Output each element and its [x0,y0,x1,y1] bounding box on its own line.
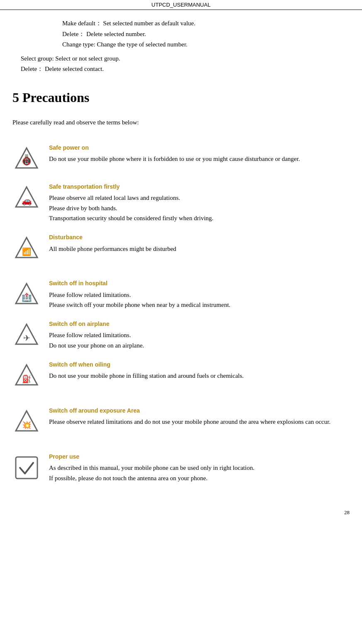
safe-power-on-title: Safe power on [49,143,350,152]
intro-text: Please carefully read and observe the te… [12,119,350,126]
oiling-body: Do not use your mobile phone in filling … [49,371,350,381]
top-level-lines: Select group: Select or not select group… [21,53,350,75]
safe-power-on-icon: 📵 [12,145,41,173]
svg-text:💥: 💥 [22,420,32,430]
airplane-body: Please follow related limitations. Do no… [49,330,350,351]
select-group-line: Select group: Select or not select group… [21,53,350,64]
chapter-title: 5 Precautions [12,90,350,105]
precaution-oiling: ⛽ Switch off when oiling Do not use your… [12,360,350,390]
disturbance-title: Disturbance [49,233,350,242]
safe-transportation-body: Please observe all related local laws an… [49,193,350,224]
precaution-hospital: 🏥 Switch off in hospital Please follow r… [12,279,350,310]
svg-text:📶: 📶 [22,247,32,256]
top-section: Make default： Set selected number as def… [62,18,350,50]
disturbance-icon: 📶 [12,234,41,262]
airplane-title: Switch off on airplane [49,319,350,328]
oiling-text: Switch off when oiling Do not use your m… [49,360,350,381]
precaution-safe-transportation: 🚗 Safe transportation firstly Please obs… [12,182,350,224]
svg-text:🏥: 🏥 [22,292,32,302]
hospital-title: Switch off in hospital [49,279,350,288]
hospital-body: Please follow related limitations. Pleas… [49,290,350,311]
safe-transportation-title: Safe transportation firstly [49,182,350,191]
precaution-airplane: ✈ Switch off on airplane Please follow r… [12,319,350,351]
oiling-title: Switch off when oiling [49,360,350,369]
page-header: UTPCD_USERMANUAL [0,0,362,10]
precaution-exposure: 💥 Switch off around exposure Area Please… [12,406,350,436]
safe-power-on-text: Safe power on Do not use your mobile pho… [49,143,350,164]
svg-text:📵: 📵 [22,157,32,166]
page-number: 28 [0,505,362,520]
safe-power-on-body: Do not use your mobile phone where it is… [49,154,350,164]
line-make-default: Make default： Set selected number as def… [62,18,350,29]
line-delete: Delete： Delete selected number. [62,29,350,40]
hospital-text: Switch off in hospital Please follow rel… [49,279,350,310]
proper-use-body: As described in this manual, your mobile… [49,463,350,484]
safe-transportation-text: Safe transportation firstly Please obser… [49,182,350,224]
airplane-icon: ✈ [12,321,41,349]
svg-text:✈: ✈ [23,333,30,343]
svg-text:🚗: 🚗 [22,196,32,206]
disturbance-body: All mobile phone performances might be d… [49,244,350,254]
exposure-body: Please observe related limitations and d… [49,417,350,427]
proper-use-icon [12,454,41,482]
svg-text:⛽: ⛽ [22,374,32,384]
proper-use-title: Proper use [49,452,350,461]
safe-transportation-icon: 🚗 [12,184,41,212]
exposure-icon: 💥 [12,408,41,436]
precaution-proper-use: Proper use As described in this manual, … [12,452,350,484]
airplane-text: Switch off on airplane Please follow rel… [49,319,350,351]
delete-line: Delete： Delete selected contact. [21,64,350,75]
oiling-icon: ⛽ [12,362,41,390]
svg-rect-16 [16,457,37,479]
disturbance-text: Disturbance All mobile phone performance… [49,233,350,254]
precaution-disturbance: 📶 Disturbance All mobile phone performan… [12,233,350,262]
exposure-text: Switch off around exposure Area Please o… [49,406,350,427]
precaution-safe-power-on: 📵 Safe power on Do not use your mobile p… [12,143,350,173]
proper-use-text: Proper use As described in this manual, … [49,452,350,484]
exposure-title: Switch off around exposure Area [49,406,350,415]
svg-rect-1 [25,155,28,156]
hospital-icon: 🏥 [12,280,41,309]
line-change-type: Change type: Change the type of selected… [62,39,350,50]
